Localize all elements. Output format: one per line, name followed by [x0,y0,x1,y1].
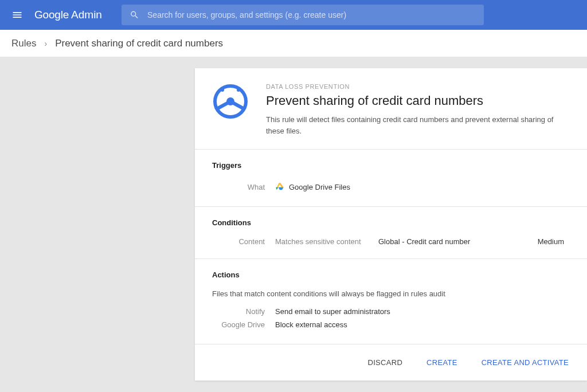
actions-note: Files that match content conditions will… [212,289,570,298]
search-icon [130,10,139,20]
breadcrumb: Rules › Prevent sharing of credit card n… [0,30,587,57]
triggers-heading: Triggers [212,161,570,170]
notify-label: Notify [212,307,275,316]
create-button[interactable]: CREATE [424,355,460,370]
top-bar: Google Admin [0,0,587,30]
google-drive-icon [275,182,284,191]
discard-button[interactable]: DISCARD [365,355,405,370]
conditions-section: Conditions Content Matches sensitive con… [195,207,587,259]
drive-label: Google Drive [212,320,275,329]
header-text: DATA LOSS PREVENTION Prevent sharing of … [266,83,570,136]
action-notify-row: Notify Send email to super administrator… [212,305,570,318]
breadcrumb-current: Prevent sharing of credit card numbers [55,38,223,49]
content-area: DATA LOSS PREVENTION Prevent sharing of … [0,57,587,381]
trigger-what-label: What [212,183,275,191]
action-drive-row: Google Drive Block external access [212,318,570,331]
logo-google: Google [34,9,69,21]
rule-card: DATA LOSS PREVENTION Prevent sharing of … [195,68,587,381]
conditions-heading: Conditions [212,218,570,227]
steering-wheel-icon [212,83,249,120]
drive-value: Block external access [275,320,347,329]
chevron-right-icon: › [44,39,47,48]
app-logo[interactable]: Google Admin [34,9,102,21]
eyebrow-label: DATA LOSS PREVENTION [266,83,570,90]
search-input[interactable] [147,10,476,19]
notify-value: Send email to super administrators [275,307,390,316]
svg-point-5 [237,88,240,92]
condition-content-label: Content [212,237,275,246]
trigger-value-text: Google Drive Files [289,183,350,191]
actions-section: Actions Files that match content conditi… [195,259,587,344]
rule-description: This rule will detect files containing c… [266,114,570,136]
logo-admin: Admin [71,9,102,21]
actions-heading: Actions [212,271,570,279]
search-box[interactable] [122,5,484,25]
condition-match-text: Matches sensitive content [275,237,378,246]
condition-detector: Global - Credit card number [378,237,538,246]
rule-title: Prevent sharing of credit card numbers [266,93,570,108]
card-header: DATA LOSS PREVENTION Prevent sharing of … [195,68,587,150]
menu-button[interactable] [6,3,29,26]
trigger-row: What Google Drive Files [212,180,570,194]
svg-point-4 [221,88,224,92]
trigger-what-value: Google Drive Files [275,182,350,191]
triggers-section: Triggers What Google Drive Files [195,150,587,207]
breadcrumb-root[interactable]: Rules [11,38,36,49]
card-footer: DISCARD CREATE CREATE AND ACTIVATE [195,344,587,381]
create-activate-button[interactable]: CREATE AND ACTIVATE [479,355,571,370]
hamburger-icon [11,9,23,21]
condition-severity: Medium [538,237,570,246]
condition-row: Content Matches sensitive content Global… [212,237,570,246]
